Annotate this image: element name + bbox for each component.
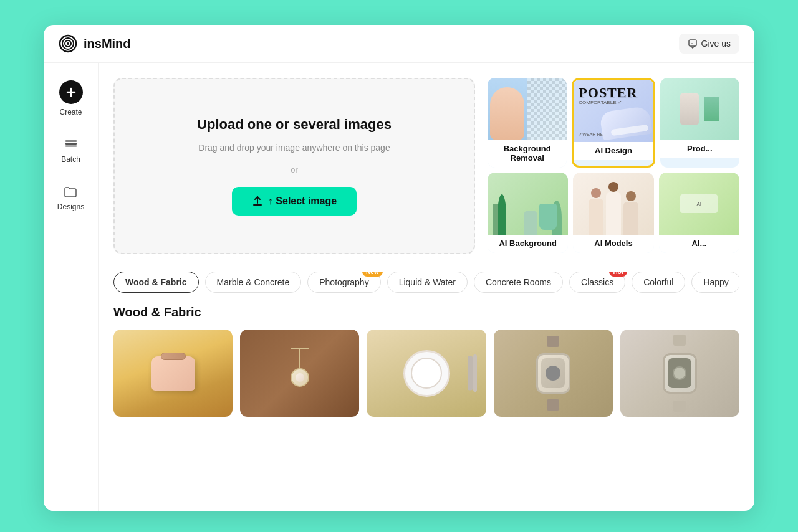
category-btn-liquid-water[interactable]: Liquid & Water bbox=[387, 272, 468, 293]
top-row: Upload one or several images Drag and dr… bbox=[113, 78, 739, 254]
tool-card-ai-background[interactable]: AI Background bbox=[488, 173, 568, 253]
svg-rect-11 bbox=[65, 145, 77, 147]
upload-dropzone[interactable]: Upload one or several images Drag and dr… bbox=[113, 78, 475, 254]
svg-rect-9 bbox=[65, 143, 77, 145]
tool-card-ai-models-label: AI Models bbox=[573, 235, 653, 253]
upload-icon bbox=[252, 196, 263, 207]
badge-new: New bbox=[362, 272, 383, 277]
upload-title: Upload one or several images bbox=[197, 116, 392, 133]
logo-text: insMind bbox=[84, 37, 131, 51]
tool-card-bg-removal-label: Background Removal bbox=[488, 140, 567, 168]
main-layout: Create Batch Designs bbox=[44, 63, 754, 511]
give-us-button[interactable]: Give us bbox=[679, 34, 739, 54]
grid-item-5[interactable] bbox=[620, 330, 739, 417]
folder-icon bbox=[62, 184, 79, 200]
header: insMind Give us bbox=[44, 25, 754, 63]
tool-cards-panel: Background Removal POSTER COMFORTABLE ✓ … bbox=[488, 78, 739, 253]
select-image-button[interactable]: ↑ Select image bbox=[232, 187, 357, 216]
feedback-icon bbox=[688, 39, 698, 49]
category-section: Wood & Fabric Marble & Concrete Photogra… bbox=[113, 272, 739, 417]
svg-rect-4 bbox=[689, 40, 696, 46]
tool-card-product-label: Prod... bbox=[660, 140, 739, 158]
badge-hot: Hot bbox=[609, 272, 627, 277]
grid-item-4[interactable] bbox=[494, 330, 613, 417]
logo-icon bbox=[59, 34, 77, 53]
category-filters: Wood & Fabric Marble & Concrete Photogra… bbox=[113, 272, 739, 293]
give-us-label: Give us bbox=[701, 39, 731, 49]
sidebar-batch-label: Batch bbox=[61, 155, 80, 164]
svg-rect-10 bbox=[65, 140, 77, 142]
select-image-label: ↑ Select image bbox=[268, 196, 337, 207]
sidebar: Create Batch Designs bbox=[44, 63, 99, 511]
grid-item-1[interactable] bbox=[113, 330, 233, 417]
tool-card-product[interactable]: Prod... bbox=[660, 78, 739, 168]
tool-card-ai-last-label: AI... bbox=[659, 235, 739, 253]
image-grid bbox=[113, 330, 739, 417]
tool-cards-row-1: Background Removal POSTER COMFORTABLE ✓ … bbox=[488, 78, 739, 168]
category-btn-colorful[interactable]: Colorful bbox=[632, 272, 685, 293]
layers-icon bbox=[63, 136, 79, 153]
sidebar-item-designs[interactable]: Designs bbox=[50, 179, 92, 216]
category-btn-wood-fabric[interactable]: Wood & Fabric bbox=[113, 272, 199, 293]
tool-card-ai-last[interactable]: AI AI... bbox=[659, 173, 739, 253]
sidebar-item-create[interactable]: Create bbox=[52, 75, 90, 121]
svg-point-3 bbox=[67, 42, 69, 45]
category-btn-concrete-rooms[interactable]: Concrete Rooms bbox=[474, 272, 563, 293]
grid-item-3[interactable] bbox=[367, 330, 486, 417]
tool-card-ai-design-label: AI Design bbox=[574, 142, 653, 160]
logo: insMind bbox=[59, 34, 131, 53]
sidebar-item-batch[interactable]: Batch bbox=[54, 131, 88, 169]
category-btn-photography[interactable]: Photography New bbox=[307, 272, 380, 293]
sidebar-designs-label: Designs bbox=[57, 202, 84, 211]
category-btn-happy[interactable]: Happy bbox=[691, 272, 739, 293]
content-area: Upload one or several images Drag and dr… bbox=[99, 63, 754, 511]
tool-card-ai-background-label: AI Background bbox=[488, 235, 568, 253]
section-title: Wood & Fabric bbox=[113, 305, 739, 320]
category-btn-classics[interactable]: Classics Hot bbox=[569, 272, 625, 293]
category-btn-marble-concrete[interactable]: Marble & Concrete bbox=[205, 272, 302, 293]
create-icon bbox=[59, 80, 83, 104]
tool-card-bg-removal[interactable]: Background Removal bbox=[488, 78, 567, 168]
tool-card-ai-design[interactable]: POSTER COMFORTABLE ✓ ✓WEAR-RESISTANT AI … bbox=[572, 78, 655, 168]
tool-card-ai-models[interactable]: AI Models bbox=[573, 173, 653, 253]
upload-subtitle: Drag and drop your image anywhere on thi… bbox=[198, 143, 390, 153]
sidebar-create-label: Create bbox=[59, 108, 82, 116]
app-window: insMind Give us Creat bbox=[44, 25, 754, 511]
upload-or: or bbox=[291, 165, 298, 174]
tool-cards-row-2: AI Background bbox=[488, 173, 739, 253]
grid-item-2[interactable] bbox=[240, 330, 359, 417]
